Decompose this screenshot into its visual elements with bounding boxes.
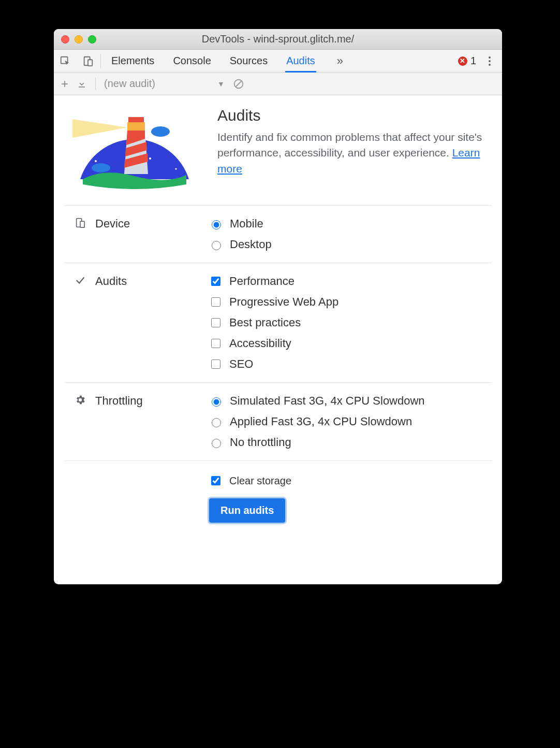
audit-accessibility[interactable]: Accessibility [209, 337, 492, 350]
audit-performance[interactable]: Performance [209, 275, 492, 288]
audits-description: Identify and fix common problems that af… [217, 130, 489, 177]
device-option-mobile[interactable]: Mobile [209, 217, 492, 231]
section-throttling-label: Throttling [95, 394, 143, 408]
gear-icon [75, 394, 86, 406]
svg-point-6 [118, 132, 120, 134]
section-throttling: Throttling Simulated Fast 3G, 4x CPU Slo… [64, 382, 492, 461]
radio-mobile[interactable] [212, 220, 221, 229]
audit-select[interactable]: (new audit) ▼ [104, 78, 225, 90]
svg-rect-2 [88, 60, 92, 66]
svg-line-4 [235, 81, 241, 87]
throttle-none[interactable]: No throttling [209, 436, 492, 449]
cb-seo[interactable] [211, 359, 220, 369]
clear-icon[interactable] [233, 78, 244, 90]
maximize-icon[interactable] [88, 35, 96, 44]
run-audits-button[interactable]: Run audits [209, 498, 285, 523]
section-device: Device Mobile Desktop [64, 205, 492, 263]
audit-seo[interactable]: SEO [209, 357, 492, 371]
throttle-sim[interactable]: Simulated Fast 3G, 4x CPU Slowdown [209, 394, 492, 408]
svg-point-10 [149, 157, 151, 160]
tab-sources[interactable]: Sources [230, 50, 268, 72]
devtools-tabbar: Elements Console Sources Audits » ✕ 1 [54, 50, 502, 73]
cb-accessibility[interactable] [211, 339, 220, 348]
radio-throttle-sim[interactable] [212, 397, 221, 407]
error-count: 1 [470, 55, 476, 67]
titlebar: DevTools - wind-sprout.glitch.me/ [54, 29, 502, 50]
minimize-icon[interactable] [75, 35, 83, 44]
svg-rect-16 [128, 117, 144, 122]
svg-rect-23 [80, 221, 84, 227]
audit-pwa[interactable]: Progressive Web App [209, 295, 492, 309]
separator [100, 54, 101, 68]
section-audits-label: Audits [95, 275, 127, 288]
svg-point-9 [95, 160, 97, 162]
window-title: DevTools - wind-sprout.glitch.me/ [54, 33, 502, 45]
svg-point-8 [172, 150, 174, 152]
svg-rect-17 [127, 122, 145, 131]
download-icon[interactable] [77, 79, 87, 89]
tab-elements[interactable]: Elements [111, 50, 154, 72]
audit-select-label: (new audit) [104, 78, 155, 90]
audit-best-practices[interactable]: Best practices [209, 316, 492, 329]
error-indicator[interactable]: ✕ 1 [458, 55, 476, 67]
audits-hero: Audits Identify and fix common problems … [64, 95, 492, 205]
action-row: Clear storage Run audits [64, 461, 492, 523]
svg-marker-13 [72, 119, 127, 138]
kebab-menu-icon[interactable] [483, 55, 496, 67]
devtools-window: DevTools - wind-sprout.glitch.me/ Elemen… [54, 29, 502, 584]
audits-panel: Audits Identify and fix common problems … [54, 95, 502, 537]
svg-point-5 [102, 142, 105, 144]
device-icon [75, 217, 86, 228]
lighthouse-illustration-icon [67, 107, 197, 190]
tabs-overflow-icon[interactable]: » [334, 54, 346, 68]
radio-throttle-none[interactable] [212, 439, 221, 448]
svg-point-15 [92, 163, 110, 172]
tab-audits[interactable]: Audits [286, 50, 315, 72]
tab-console[interactable]: Console [173, 50, 211, 72]
svg-point-14 [151, 126, 170, 137]
audits-heading: Audits [217, 107, 489, 124]
check-icon [75, 275, 86, 286]
radio-throttle-applied[interactable] [212, 418, 221, 427]
new-audit-icon[interactable]: + [61, 78, 68, 90]
section-audits: Audits Performance Progressive Web App B… [64, 263, 492, 382]
inspect-element-icon[interactable] [54, 50, 77, 72]
cb-best-practices[interactable] [211, 318, 220, 327]
audits-toolbar: + (new audit) ▼ [54, 73, 502, 95]
cb-clear-storage[interactable] [211, 476, 220, 485]
error-icon: ✕ [458, 56, 467, 66]
radio-desktop[interactable] [212, 241, 221, 250]
traffic-lights [54, 35, 96, 44]
cb-pwa[interactable] [211, 297, 220, 307]
separator [95, 78, 96, 90]
device-option-desktop[interactable]: Desktop [209, 238, 492, 251]
section-device-label: Device [95, 217, 130, 231]
clear-storage-option[interactable]: Clear storage [209, 474, 291, 487]
device-toggle-icon[interactable] [77, 50, 99, 72]
throttle-applied[interactable]: Applied Fast 3G, 4x CPU Slowdown [209, 415, 492, 428]
close-icon[interactable] [61, 35, 69, 44]
cb-performance[interactable] [211, 277, 220, 286]
svg-point-12 [175, 168, 176, 169]
chevron-down-icon: ▼ [217, 80, 225, 88]
